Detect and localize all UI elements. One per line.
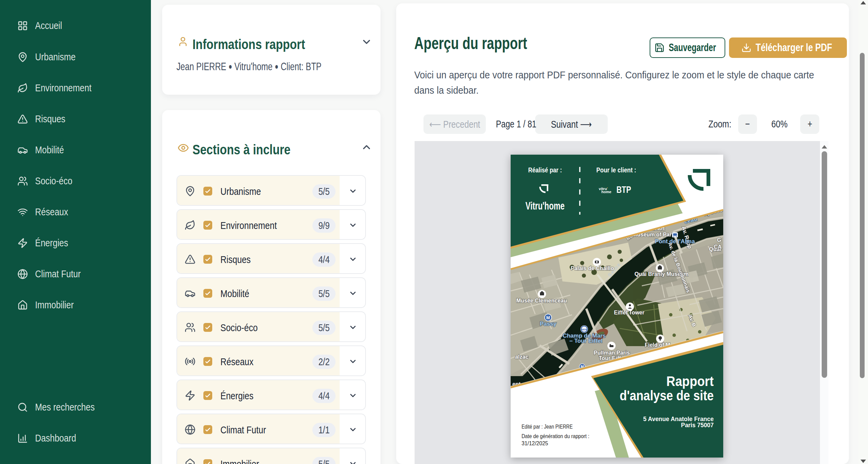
svg-text:M: M [546,315,550,320]
svg-text:Pour le client :: Pour le client : [596,166,636,174]
svg-text:alzac: alzac [515,354,528,360]
svg-text:CA: CA [714,244,722,250]
svg-text:Pont de l'Alma: Pont de l'Alma [655,238,695,245]
svg-text:Passy: Passy [540,321,557,327]
svg-text:Musée Clemenceau: Musée Clemenceau [516,298,567,304]
svg-text:G: G [717,237,721,243]
svg-text:Palais de Chaillo: Palais de Chaillo [571,265,614,271]
svg-text:Edité par : Jean PIERRE: Edité par : Jean PIERRE [522,423,573,430]
svg-text:RER: RER [582,328,587,331]
svg-text:Pullman Paris: Pullman Paris [594,350,630,356]
svg-text:home: home [601,190,611,194]
svg-text:Réalisé par :: Réalisé par : [528,166,562,174]
svg-text:d'analyse de site: d'analyse de site [620,388,714,403]
svg-text:BTP: BTP [617,184,631,195]
svg-text:Rapport: Rapport [666,373,714,389]
svg-text:Paris 75007: Paris 75007 [681,421,714,429]
svg-text:Vitru'home: Vitru'home [526,200,565,212]
svg-text:Date de génération du rapport: Date de génération du rapport : [522,433,589,439]
svg-text:– Tour Eiffel: – Tour Eiffel [570,338,603,344]
svg-text:31/12/2025: 31/12/2025 [522,440,548,447]
